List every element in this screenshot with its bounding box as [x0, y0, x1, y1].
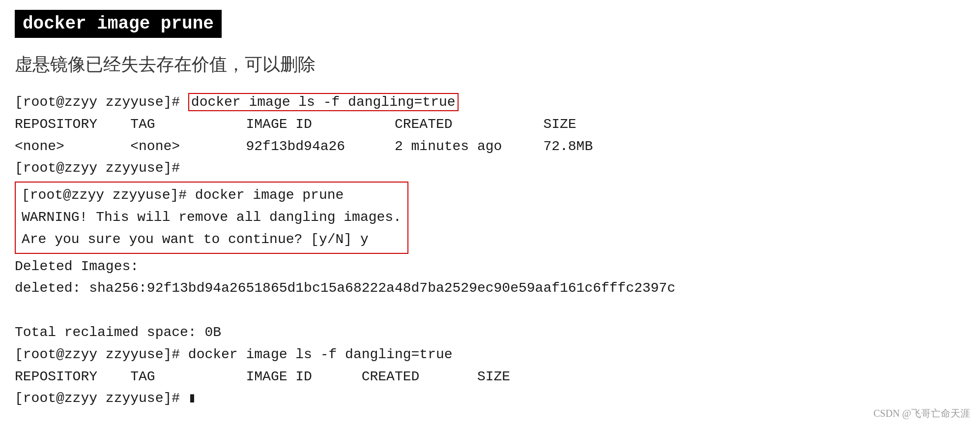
box-line3: Are you sure you want to continue? [y/N]…: [22, 229, 402, 251]
terminal-box-section: [root@zzyy zzyyuse]# docker image prune …: [15, 182, 408, 253]
title-block: docker image prune: [15, 10, 222, 38]
deleted-hash: deleted: sha256:92f13bd94a2651865d1bc15a…: [15, 277, 965, 300]
watermark: CSDN @飞哥亡命天涯: [873, 407, 970, 420]
cmd1-highlight: docker image ls -f dangling=true: [188, 93, 459, 111]
second-ls-cmd: [root@zzyy zzyyuse]# docker image ls -f …: [15, 344, 965, 366]
terminal-line-1: [root@zzyy zzyyuse]# docker image ls -f …: [15, 92, 965, 114]
box-line2: WARNING! This will remove all dangling i…: [22, 207, 402, 229]
terminal-data-row: <none> <none> 92f13bd94a26 2 minutes ago…: [15, 136, 965, 158]
final-prompt: [root@zzyy zzyyuse]# ▮: [15, 388, 965, 410]
title-text: docker image prune: [23, 14, 214, 34]
reclaimed-space: Total reclaimed space: 0B: [15, 322, 965, 344]
second-header: REPOSITORY TAG IMAGE ID CREATED SIZE: [15, 366, 965, 388]
deleted-images-label: Deleted Images:: [15, 256, 965, 278]
blank-line: [15, 300, 965, 322]
subtitle: 虚悬镜像已经失去存在价值，可以删除: [15, 53, 965, 77]
terminal-output: [root@zzyy zzyyuse]# docker image ls -f …: [15, 92, 965, 410]
terminal-empty-prompt: [root@zzyy zzyyuse]#: [15, 157, 965, 180]
terminal-header-row: REPOSITORY TAG IMAGE ID CREATED SIZE: [15, 114, 965, 136]
box-line1: [root@zzyy zzyyuse]# docker image prune: [22, 184, 402, 207]
